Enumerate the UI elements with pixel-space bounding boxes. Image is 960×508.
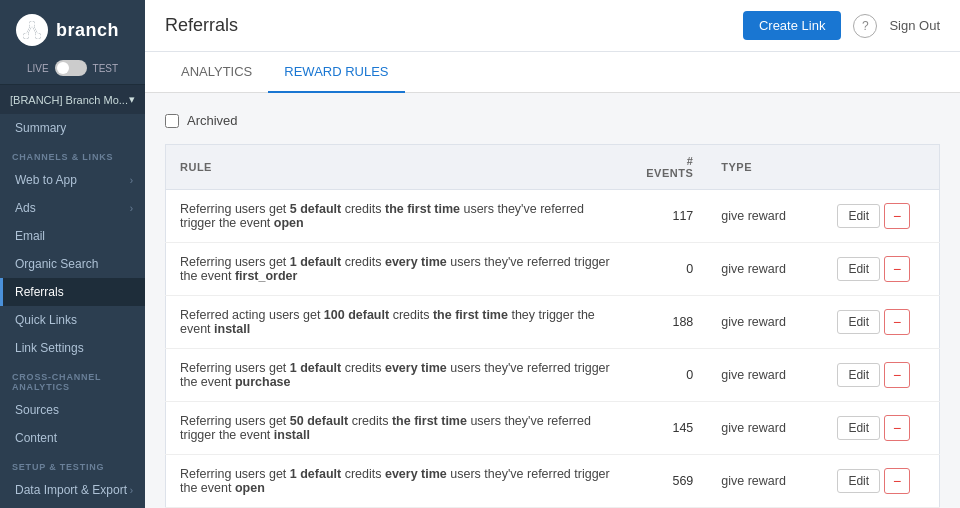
- sidebar-item-ads[interactable]: Ads ›: [0, 194, 145, 222]
- sidebar-item-web-to-app[interactable]: Web to App ›: [0, 166, 145, 194]
- rule-text-cell: Referring users get 5 default credits th…: [166, 190, 630, 243]
- delete-button[interactable]: −: [884, 309, 910, 335]
- header-actions: Create Link ? Sign Out: [743, 11, 940, 40]
- rules-list: Referring users get 5 default credits th…: [166, 190, 940, 509]
- sidebar-item-label: Link Settings: [15, 341, 84, 355]
- archived-filter-row: Archived: [165, 113, 940, 128]
- page-header: Referrals Create Link ? Sign Out: [145, 0, 960, 52]
- env-live-label: LIVE: [27, 63, 49, 74]
- col-type: TYPE: [707, 145, 823, 190]
- table-row: Referring users get 1 default credits ev…: [166, 243, 940, 296]
- page-title: Referrals: [165, 15, 238, 36]
- sidebar-item-label: Content: [15, 431, 57, 445]
- chevron-right-icon: ›: [130, 485, 133, 496]
- table-row: Referring users get 5 default credits th…: [166, 190, 940, 243]
- rules-table: RULE # EVENTS TYPE Referring users get 5…: [165, 144, 940, 508]
- col-events: # EVENTS: [630, 145, 707, 190]
- sidebar-item-email[interactable]: Email: [0, 222, 145, 250]
- logo-text: branch: [56, 20, 119, 41]
- edit-button[interactable]: Edit: [837, 363, 880, 387]
- sidebar-item-organic-search[interactable]: Organic Search: [0, 250, 145, 278]
- events-cell: 569: [630, 455, 707, 508]
- edit-button[interactable]: Edit: [837, 257, 880, 281]
- actions-cell: Edit−: [823, 402, 939, 455]
- tab-bar: ANALYTICS REWARD RULES: [145, 52, 960, 93]
- action-buttons: Edit−: [837, 362, 925, 388]
- events-cell: 117: [630, 190, 707, 243]
- table-row: Referring users get 1 default credits ev…: [166, 349, 940, 402]
- sidebar: branch LIVE TEST [BRANCH] Branch Mo... ▾…: [0, 0, 145, 508]
- archived-label[interactable]: Archived: [187, 113, 238, 128]
- actions-cell: Edit−: [823, 455, 939, 508]
- chevron-right-icon: ›: [130, 203, 133, 214]
- edit-button[interactable]: Edit: [837, 204, 880, 228]
- action-buttons: Edit−: [837, 309, 925, 335]
- action-buttons: Edit−: [837, 203, 925, 229]
- tab-reward-rules[interactable]: REWARD RULES: [268, 52, 404, 93]
- sidebar-item-label: Ads: [15, 201, 36, 215]
- env-toggle[interactable]: LIVE TEST: [0, 56, 145, 84]
- sidebar-section-channels: Channels & Links: [0, 142, 145, 166]
- content-area: Archived RULE # EVENTS TYPE Referring us…: [145, 93, 960, 508]
- edit-button[interactable]: Edit: [837, 310, 880, 334]
- type-cell: give reward: [707, 402, 823, 455]
- rule-text-cell: Referring users get 1 default credits ev…: [166, 243, 630, 296]
- action-buttons: Edit−: [837, 468, 925, 494]
- sidebar-item-label: Summary: [15, 121, 66, 135]
- sidebar-item-liveview[interactable]: Liveview: [0, 504, 145, 508]
- archived-checkbox[interactable]: [165, 114, 179, 128]
- col-actions: [823, 145, 939, 190]
- actions-cell: Edit−: [823, 349, 939, 402]
- edit-button[interactable]: Edit: [837, 416, 880, 440]
- table-row: Referring users get 50 default credits t…: [166, 402, 940, 455]
- delete-button[interactable]: −: [884, 362, 910, 388]
- actions-cell: Edit−: [823, 243, 939, 296]
- events-cell: 0: [630, 349, 707, 402]
- sidebar-item-referrals[interactable]: Referrals: [0, 278, 145, 306]
- rule-text-cell: Referring users get 1 default credits ev…: [166, 349, 630, 402]
- type-cell: give reward: [707, 296, 823, 349]
- sidebar-item-content[interactable]: Content: [0, 424, 145, 452]
- sidebar-item-sources[interactable]: Sources: [0, 396, 145, 424]
- sidebar-item-label: Sources: [15, 403, 59, 417]
- sign-out-link[interactable]: Sign Out: [889, 18, 940, 33]
- type-cell: give reward: [707, 190, 823, 243]
- rule-text-cell: Referred acting users get 100 default cr…: [166, 296, 630, 349]
- events-cell: 0: [630, 243, 707, 296]
- chevron-right-icon: ›: [130, 175, 133, 186]
- edit-button[interactable]: Edit: [837, 469, 880, 493]
- events-cell: 188: [630, 296, 707, 349]
- type-cell: give reward: [707, 349, 823, 402]
- sidebar-logo: branch: [0, 0, 145, 56]
- main-panel: Referrals Create Link ? Sign Out ANALYTI…: [145, 0, 960, 508]
- delete-button[interactable]: −: [884, 256, 910, 282]
- logo-icon: [16, 14, 48, 46]
- delete-button[interactable]: −: [884, 203, 910, 229]
- env-toggle-track[interactable]: [55, 60, 87, 76]
- sidebar-item-link-settings[interactable]: Link Settings: [0, 334, 145, 362]
- help-icon[interactable]: ?: [853, 14, 877, 38]
- tab-analytics[interactable]: ANALYTICS: [165, 52, 268, 93]
- sidebar-item-label: Organic Search: [15, 257, 98, 271]
- branch-selector[interactable]: [BRANCH] Branch Mo... ▾: [0, 84, 145, 114]
- table-row: Referring users get 1 default credits ev…: [166, 455, 940, 508]
- table-row: Referred acting users get 100 default cr…: [166, 296, 940, 349]
- events-cell: 145: [630, 402, 707, 455]
- action-buttons: Edit−: [837, 256, 925, 282]
- sidebar-item-summary[interactable]: Summary: [0, 114, 145, 142]
- sidebar-item-quick-links[interactable]: Quick Links: [0, 306, 145, 334]
- sidebar-item-label: Email: [15, 229, 45, 243]
- sidebar-item-label: Data Import & Export: [15, 483, 127, 497]
- sidebar-item-label: Referrals: [15, 285, 64, 299]
- rule-text-cell: Referring users get 1 default credits ev…: [166, 455, 630, 508]
- sidebar-item-data-import-export[interactable]: Data Import & Export ›: [0, 476, 145, 504]
- svg-line-9: [32, 24, 38, 36]
- sidebar-section-analytics: Cross-Channel Analytics: [0, 362, 145, 396]
- actions-cell: Edit−: [823, 296, 939, 349]
- env-test-label: TEST: [93, 63, 119, 74]
- delete-button[interactable]: −: [884, 415, 910, 441]
- rule-text-cell: Referring users get 50 default credits t…: [166, 402, 630, 455]
- table-header-row: RULE # EVENTS TYPE: [166, 145, 940, 190]
- create-link-button[interactable]: Create Link: [743, 11, 841, 40]
- delete-button[interactable]: −: [884, 468, 910, 494]
